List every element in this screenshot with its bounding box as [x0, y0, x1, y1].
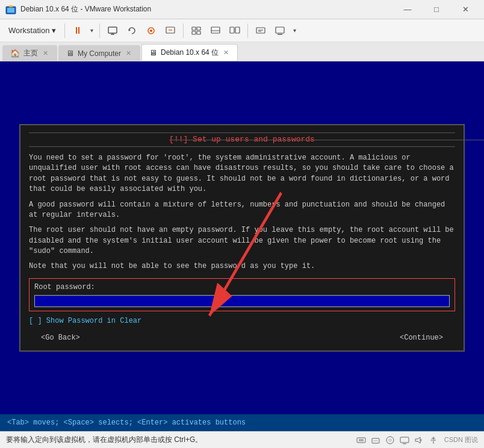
tab-mycomputer[interactable]: 🖥 My Computer ✕	[58, 45, 140, 61]
svg-rect-14	[197, 31, 200, 34]
svg-rect-32	[400, 437, 409, 443]
svg-point-30	[386, 437, 394, 444]
password-section: Root password:	[29, 278, 455, 311]
svg-rect-38	[434, 440, 436, 441]
tab-debian-label: Debian 10.x 64 位	[161, 48, 219, 58]
workstation-menu[interactable]: Workstation ▾	[4, 23, 61, 37]
viewer-button[interactable]	[271, 22, 289, 39]
window-controls: — □ ✕	[394, 2, 479, 17]
viewer-dropdown[interactable]: ▾	[290, 22, 299, 39]
tab-home-close[interactable]: ✕	[42, 49, 49, 58]
usb-icon	[427, 434, 439, 446]
svg-marker-6	[129, 29, 131, 31]
svg-rect-27	[359, 439, 364, 441]
home-icon: 🏠	[10, 49, 20, 58]
tab-home[interactable]: 🏠 主页 ✕	[2, 45, 57, 61]
bottom-text: 要将输入定向到该虚拟机，请在虚拟机内部单击或按 Ctrl+G。	[6, 435, 202, 445]
dvd-icon	[384, 434, 396, 446]
debian-icon: 🖥	[149, 48, 157, 57]
toolbar-separator-1	[64, 23, 65, 38]
password-label: Root password:	[34, 282, 450, 293]
workstation-dropdown-icon: ▾	[52, 26, 56, 35]
app-icon	[5, 4, 17, 16]
svg-rect-11	[192, 27, 196, 30]
console-button[interactable]	[252, 22, 270, 39]
svg-rect-17	[230, 27, 234, 33]
revert-button[interactable]	[123, 22, 141, 39]
mycomputer-icon: 🖥	[66, 49, 74, 58]
fullscreen-button[interactable]	[187, 22, 205, 39]
svg-point-8	[150, 30, 152, 32]
terminal-body: You need to set a password for 'root', t…	[29, 153, 455, 272]
workstation-label: Workstation	[8, 26, 49, 35]
svg-point-31	[389, 439, 391, 441]
continue-button[interactable]: <Continue>	[400, 333, 443, 343]
network-icon	[355, 434, 367, 446]
go-back-button[interactable]: <Go Back>	[41, 333, 80, 343]
minimize-button[interactable]: —	[394, 2, 421, 17]
terminal-para-1: You need to set a password for 'root', t…	[29, 153, 455, 195]
display-icon	[399, 434, 411, 446]
svg-rect-22	[276, 27, 284, 33]
brand-label: CSDN 图说	[444, 435, 478, 444]
share-button[interactable]	[161, 22, 179, 39]
status-text: <Tab> moves; <Space> selects; <Enter> ac…	[7, 418, 246, 427]
pause-dropdown[interactable]: ▾	[87, 22, 96, 39]
toolbar-separator-2	[99, 23, 100, 38]
tab-mycomputer-label: My Computer	[78, 49, 121, 58]
vm-area[interactable]: [!!] Set up users and passwords You need…	[0, 61, 484, 414]
unity-button[interactable]	[206, 22, 225, 39]
svg-rect-1	[7, 8, 14, 13]
bottom-bar: 要将输入定向到该虚拟机，请在虚拟机内部单击或按 Ctrl+G。 CSDN 图说	[0, 431, 484, 448]
toolbar-separator-4	[247, 23, 248, 38]
tab-bar: 🏠 主页 ✕ 🖥 My Computer ✕ 🖥 Debian 10.x 64 …	[0, 42, 484, 61]
tab-debian-close[interactable]: ✕	[222, 48, 230, 57]
svg-marker-2	[9, 5, 13, 7]
status-bar: <Tab> moves; <Space> selects; <Enter> ac…	[0, 414, 484, 431]
title-text: Debian 10.x 64 位 - VMware Workstation	[20, 4, 394, 14]
tab-home-label: 主页	[23, 48, 38, 58]
password-input[interactable]	[34, 295, 450, 307]
storage-icon	[370, 434, 382, 446]
toolbar-pause-group: ⏸ ▾	[69, 22, 96, 39]
terminal-para-2: A good password will contain a mixture o…	[29, 200, 455, 221]
terminal-para-4: Note that you will not be able to see th…	[29, 261, 455, 272]
close-button[interactable]: ✕	[451, 2, 479, 17]
terminal-window[interactable]: [!!] Set up users and passwords You need…	[19, 124, 465, 352]
svg-rect-3	[108, 27, 117, 33]
maximize-button[interactable]: □	[423, 2, 450, 17]
svg-rect-15	[211, 27, 220, 33]
terminal-buttons: <Go Back> <Continue>	[29, 333, 455, 343]
svg-point-37	[430, 439, 432, 441]
terminal-title: [!!] Set up users and passwords	[29, 132, 455, 147]
terminal-para-3: The root user should not have an empty p…	[29, 225, 455, 257]
split-button[interactable]	[226, 22, 244, 39]
tab-debian[interactable]: 🖥 Debian 10.x 64 位 ✕	[141, 44, 238, 61]
toolbar-separator-3	[183, 23, 184, 38]
show-password-checkbox[interactable]: [ ] Show Password in Clear	[29, 316, 455, 326]
tab-mycomputer-close[interactable]: ✕	[125, 49, 132, 58]
bottom-icons: CSDN 图说	[355, 434, 478, 446]
svg-rect-12	[197, 27, 200, 30]
title-bar: Debian 10.x 64 位 - VMware Workstation — …	[0, 0, 484, 19]
snapshot-button[interactable]	[142, 22, 160, 39]
svg-rect-18	[235, 27, 240, 33]
pause-button[interactable]: ⏸	[69, 22, 87, 39]
svg-rect-13	[192, 31, 196, 34]
sound-icon	[413, 434, 425, 446]
vm-settings-button[interactable]	[104, 22, 122, 39]
menu-bar: Workstation ▾ ⏸ ▾ ▾	[0, 19, 484, 42]
svg-marker-34	[415, 437, 420, 443]
